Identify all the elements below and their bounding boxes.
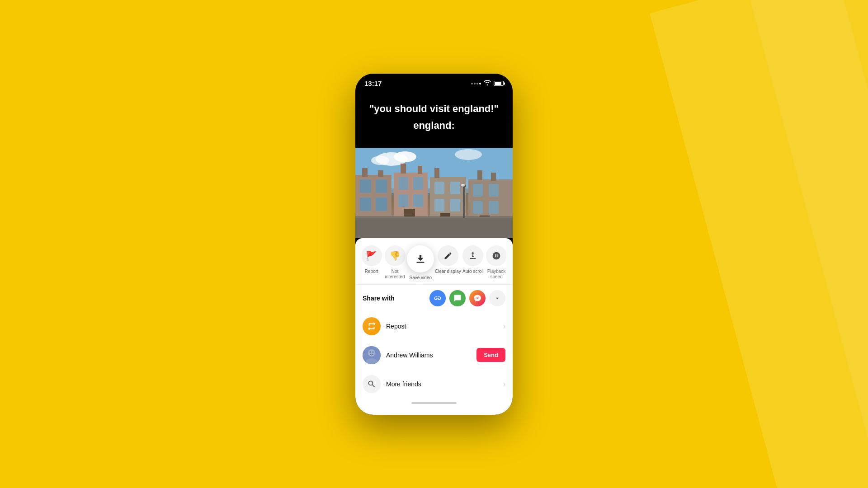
playback-speed-label: Playbackspeed bbox=[487, 269, 506, 280]
status-time: 13:17 bbox=[364, 80, 382, 87]
svg-rect-16 bbox=[413, 177, 423, 190]
share-messenger-button[interactable] bbox=[469, 290, 486, 306]
svg-rect-30 bbox=[473, 184, 483, 197]
svg-rect-43 bbox=[470, 258, 476, 259]
svg-rect-9 bbox=[376, 179, 387, 193]
svg-point-48 bbox=[373, 351, 374, 352]
share-more-button[interactable] bbox=[489, 290, 505, 306]
actions-row: 🚩 Report 👎 Notinterested Save video bbox=[355, 238, 513, 285]
share-message-button[interactable] bbox=[449, 290, 466, 306]
svg-point-47 bbox=[370, 351, 371, 352]
save-video-label: Save video bbox=[409, 275, 431, 281]
action-save-video[interactable]: Save video bbox=[407, 245, 434, 281]
action-clear-display[interactable]: Clear display bbox=[435, 245, 461, 274]
save-video-icon bbox=[407, 245, 434, 272]
repost-label: Repost bbox=[386, 323, 498, 330]
auto-scroll-icon bbox=[462, 245, 483, 266]
report-label: Report bbox=[365, 269, 378, 274]
svg-point-45 bbox=[368, 349, 375, 357]
search-icon-circle bbox=[363, 375, 381, 393]
svg-rect-36 bbox=[491, 173, 496, 181]
action-report[interactable]: 🚩 Report bbox=[360, 245, 383, 274]
share-icons bbox=[429, 290, 505, 306]
clear-display-icon bbox=[438, 245, 458, 266]
more-friends-chevron: › bbox=[503, 380, 505, 388]
svg-rect-31 bbox=[489, 184, 499, 197]
repost-icon bbox=[363, 317, 381, 335]
home-indicator bbox=[355, 399, 513, 404]
wifi-icon bbox=[484, 80, 491, 87]
action-auto-scroll[interactable]: Auto scroll bbox=[462, 245, 484, 274]
svg-rect-21 bbox=[418, 166, 422, 174]
svg-rect-35 bbox=[477, 170, 482, 180]
status-icons bbox=[471, 80, 504, 87]
svg-rect-13 bbox=[378, 170, 383, 177]
battery-icon bbox=[494, 81, 504, 86]
svg-rect-17 bbox=[398, 194, 408, 207]
svg-rect-26 bbox=[450, 199, 460, 211]
svg-rect-10 bbox=[360, 197, 371, 211]
svg-point-5 bbox=[455, 149, 482, 160]
video-area[interactable]: "you should visit england!" england: bbox=[355, 94, 513, 238]
playback-speed-icon bbox=[486, 245, 507, 266]
svg-rect-24 bbox=[450, 182, 460, 194]
svg-point-4 bbox=[371, 156, 389, 165]
svg-rect-39 bbox=[463, 186, 465, 218]
action-playback-speed[interactable]: Playbackspeed bbox=[485, 245, 508, 280]
status-bar: 13:17 bbox=[355, 74, 513, 94]
signal-icon bbox=[471, 83, 481, 84]
list-item-repost[interactable]: Repost › bbox=[355, 312, 513, 341]
svg-rect-20 bbox=[401, 164, 406, 174]
svg-rect-33 bbox=[489, 201, 499, 214]
share-link-button[interactable] bbox=[429, 290, 446, 306]
video-image bbox=[355, 148, 513, 238]
video-quote: "you should visit england!" bbox=[355, 103, 513, 116]
street-scene-svg bbox=[355, 148, 513, 238]
list-item-andrew-williams: Andrew Williams Send bbox=[355, 341, 513, 370]
battery-fill bbox=[495, 82, 501, 85]
share-label: Share with bbox=[363, 295, 425, 302]
share-row: Share with bbox=[355, 285, 513, 312]
svg-rect-11 bbox=[376, 197, 387, 211]
report-icon: 🚩 bbox=[361, 245, 382, 266]
svg-point-41 bbox=[461, 184, 465, 187]
bottom-sheet: 🚩 Report 👎 Notinterested Save video bbox=[355, 238, 513, 415]
svg-rect-12 bbox=[362, 168, 368, 177]
svg-point-3 bbox=[394, 151, 416, 162]
not-interested-icon: 👎 bbox=[385, 245, 406, 266]
clear-display-label: Clear display bbox=[435, 269, 461, 274]
more-friends-label: More friends bbox=[386, 380, 498, 388]
svg-rect-32 bbox=[473, 201, 483, 214]
svg-rect-42 bbox=[417, 262, 425, 263]
phone-container: 13:17 "you should visit england!" englan… bbox=[355, 74, 513, 415]
andrew-williams-avatar bbox=[363, 346, 381, 364]
repost-chevron: › bbox=[503, 322, 505, 330]
svg-rect-8 bbox=[360, 179, 371, 193]
svg-rect-23 bbox=[434, 182, 444, 194]
svg-rect-18 bbox=[413, 194, 423, 207]
not-interested-label: Notinterested bbox=[385, 269, 405, 280]
video-caption: england: bbox=[355, 120, 513, 131]
andrew-williams-name: Andrew Williams bbox=[386, 352, 471, 359]
send-button[interactable]: Send bbox=[476, 348, 505, 362]
svg-rect-15 bbox=[398, 177, 408, 190]
svg-rect-25 bbox=[434, 199, 444, 211]
auto-scroll-label: Auto scroll bbox=[462, 269, 484, 274]
action-not-interested[interactable]: 👎 Notinterested bbox=[384, 245, 406, 280]
list-item-more-friends[interactable]: More friends › bbox=[355, 370, 513, 399]
home-bar bbox=[411, 402, 457, 404]
svg-rect-37 bbox=[355, 216, 513, 238]
video-text-overlay: "you should visit england!" england: bbox=[355, 103, 513, 132]
svg-rect-28 bbox=[434, 168, 439, 178]
